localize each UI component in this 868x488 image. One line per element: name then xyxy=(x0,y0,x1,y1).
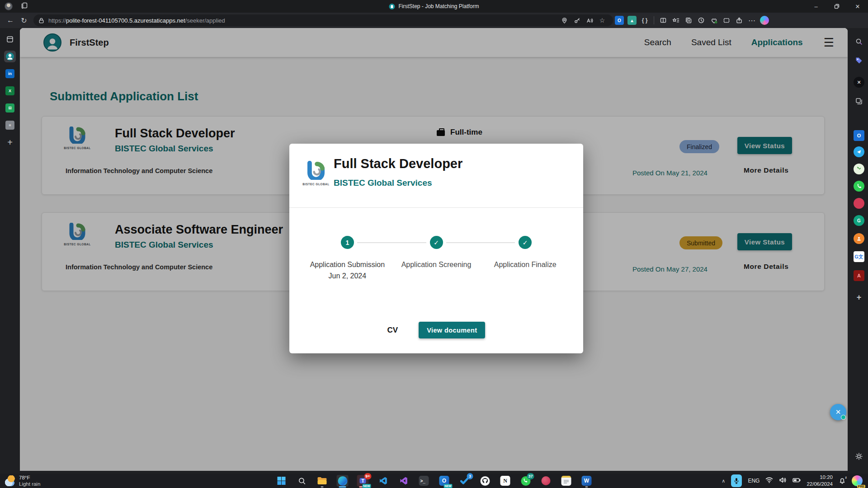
minimize-button[interactable]: – xyxy=(806,0,826,13)
more-options-icon[interactable]: ⋯ xyxy=(745,15,758,26)
outlook-icon[interactable]: O NEW xyxy=(439,475,450,487)
teams-new-tag: NEW xyxy=(362,484,371,488)
favorite-star-icon[interactable]: ☆ xyxy=(596,15,609,26)
step-label: Application Submission xyxy=(310,261,385,269)
sidebar-translate-icon[interactable]: G文 xyxy=(854,251,864,262)
url-text: https://polite-forest-041105700.5.azures… xyxy=(48,17,225,24)
vscode-icon[interactable] xyxy=(377,475,389,487)
teams-icon[interactable]: T 9+ NEW xyxy=(357,475,369,487)
browser-toolbar: ← ↻ https://polite-forest-041105700.5.az… xyxy=(0,13,868,28)
new-tab-button[interactable]: + xyxy=(4,136,16,148)
tray-time: 10:20 xyxy=(820,474,833,480)
copilot-icon[interactable] xyxy=(760,16,769,25)
cv-row: CV View document xyxy=(289,322,583,338)
extensions-icon[interactable]: { } xyxy=(638,15,651,26)
outlook-new-tag: NEW xyxy=(443,484,452,488)
notes-icon[interactable] xyxy=(561,475,572,487)
restore-button[interactable] xyxy=(826,0,847,13)
terminal-icon[interactable]: >_ xyxy=(418,475,430,487)
favorites-icon[interactable] xyxy=(670,15,682,26)
weather-widget[interactable]: 78°F Light rain xyxy=(5,474,40,488)
battery-icon[interactable] xyxy=(793,477,801,485)
todo-icon[interactable]: 3 xyxy=(459,475,471,487)
sidebar-layers-icon[interactable] xyxy=(854,96,864,107)
share-icon[interactable] xyxy=(733,15,745,26)
sidebar-meditation-icon[interactable] xyxy=(854,233,864,244)
notifications-bell-icon[interactable]: z xyxy=(839,477,846,484)
windows-taskbar: 78°F Light rain T 9+ NEW >_ O NEW 3 xyxy=(0,474,868,488)
read-aloud-icon[interactable] xyxy=(583,15,596,26)
modal-company-name[interactable]: BISTEC Global Services xyxy=(334,178,432,188)
vertical-tab-linkedin[interactable]: in xyxy=(4,68,16,80)
start-button[interactable] xyxy=(276,475,288,487)
weather-icon xyxy=(5,475,15,486)
sidebar-grammarly-icon[interactable]: G xyxy=(854,215,864,226)
word-icon[interactable]: W xyxy=(581,475,593,487)
tray-date: 22/06/2024 xyxy=(807,481,833,487)
sidebar-telegram-icon[interactable] xyxy=(854,146,864,157)
notion-icon[interactable]: N xyxy=(500,475,511,487)
desktop: FirstStep - Job Matching Platform – ✕ ← … xyxy=(0,0,868,488)
back-button[interactable]: ← xyxy=(4,14,17,26)
step-date: Jun 2, 2024 xyxy=(329,272,367,280)
modal-job-title: Full Stack Developer xyxy=(334,156,462,171)
sidebar-raspberry-icon[interactable] xyxy=(854,198,864,209)
step-marker-check: ✓ xyxy=(430,236,443,249)
sidebar-add-icon[interactable]: + xyxy=(854,292,864,303)
step-label: Application Finalize xyxy=(494,261,557,269)
browser-essentials-icon[interactable] xyxy=(708,15,720,26)
sidebar-settings-gear-icon[interactable] xyxy=(854,451,864,462)
close-button[interactable]: ✕ xyxy=(847,0,868,13)
password-key-icon[interactable] xyxy=(571,15,583,26)
vertical-tab-firststep-active[interactable] xyxy=(4,51,16,62)
image-extension-icon[interactable]: ▲ xyxy=(627,16,637,25)
language-indicator[interactable]: ENG xyxy=(748,478,760,484)
active-tab[interactable]: FirstStep - Job Matching Platform xyxy=(389,0,479,13)
floating-assistant-button[interactable]: ✕ xyxy=(830,404,846,420)
vertical-tab-excel[interactable]: X xyxy=(4,85,16,97)
sidebar-x-twitter-icon[interactable]: ✕ xyxy=(854,77,864,88)
sidebar-adobe-icon[interactable]: A xyxy=(854,270,864,281)
file-explorer-icon[interactable] xyxy=(316,475,328,487)
tray-chevron-icon[interactable]: ∧ xyxy=(722,478,725,484)
browser-profile-avatar[interactable] xyxy=(5,2,13,10)
edge-sidebar: ✕ O G G文 A + xyxy=(850,28,868,471)
address-bar[interactable]: https://polite-forest-041105700.5.azures… xyxy=(33,14,613,26)
weather-temp: 78°F xyxy=(19,475,30,480)
taskbar-icons: T 9+ NEW >_ O NEW 3 N 37 W xyxy=(276,474,593,488)
history-icon[interactable] xyxy=(695,15,708,26)
visual-studio-icon[interactable] xyxy=(398,475,410,487)
tab-list-icon[interactable] xyxy=(4,33,16,45)
raspberry-app-icon[interactable] xyxy=(540,475,552,487)
tray-clock[interactable]: 10:20 22/06/2024 xyxy=(807,474,833,488)
step-application-submission: 1 Application Submission Jun 2, 2024 xyxy=(303,236,392,280)
microphone-indicator[interactable] xyxy=(731,474,742,487)
workspaces-icon[interactable] xyxy=(21,2,28,11)
collections-icon[interactable] xyxy=(682,15,695,26)
outlook-extension-icon[interactable]: O xyxy=(615,16,624,25)
system-tray: ∧ ENG 10:20 22/06/2024 z PRE xyxy=(722,474,863,488)
vertical-tab-sheets[interactable]: ⊞ xyxy=(4,102,16,114)
modal-header: BISTEC GLOBAL Full Stack Developer BISTE… xyxy=(289,144,583,208)
vertical-tab-document[interactable]: ≡ xyxy=(4,119,16,131)
wifi-icon[interactable] xyxy=(765,477,773,485)
copilot-tray-icon[interactable]: PRE xyxy=(852,475,863,486)
github-icon[interactable] xyxy=(479,475,491,487)
sidebar-search-icon[interactable] xyxy=(854,36,864,47)
tab-title: FirstStep - Job Matching Platform xyxy=(398,3,479,9)
refresh-button[interactable]: ↻ xyxy=(17,14,31,26)
step-marker-1: 1 xyxy=(341,236,354,249)
taskbar-search-icon[interactable] xyxy=(296,475,308,487)
volume-icon[interactable] xyxy=(779,477,787,485)
edge-icon[interactable] xyxy=(337,475,349,487)
whatsapp-icon[interactable]: 37 xyxy=(520,475,532,487)
sidebar-outlook-icon[interactable]: O xyxy=(854,130,864,141)
sidebar-shopping-icon[interactable] xyxy=(854,55,864,66)
step-marker-check: ✓ xyxy=(519,236,532,249)
view-document-button[interactable]: View document xyxy=(419,322,485,338)
sidebar-plant-icon[interactable] xyxy=(854,164,864,174)
location-icon[interactable] xyxy=(558,15,571,26)
split-screen-icon[interactable] xyxy=(657,15,670,26)
screenshot-icon[interactable] xyxy=(720,15,733,26)
sidebar-whatsapp-icon[interactable] xyxy=(854,181,864,192)
